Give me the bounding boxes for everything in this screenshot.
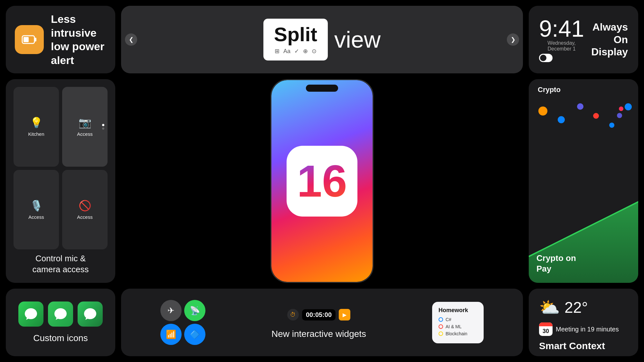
widget-timer: ⏱ 00:05:00 ▶ [282,306,355,324]
hw-dot-blockchain [439,331,443,336]
kitchen-icon: 💡 [30,116,43,129]
aod-toggle-knob [540,55,546,61]
access-footer: Control mic &camera access [33,253,89,275]
weather-icon: ⛅ [539,298,560,317]
smart-inner: ⛅ 22° 30 Meeting in 19 minutes Smart Con… [539,298,628,351]
widgets-label: New interactive widgets [271,329,366,339]
hw-label-cs: C# [446,317,451,322]
wifi-btn[interactable]: 📶 [160,324,182,345]
smart-cal-row: 30 Meeting in 19 minutes [539,322,628,336]
share-icon: ⊙ [312,48,317,55]
crypto-dot-dot [617,113,622,118]
restrict-icon: 🚫 [79,200,91,212]
crypto-title: Crypto [538,86,561,94]
iphone-vol-down [270,136,271,150]
crypto-footer: Crypto on Pay [536,253,576,274]
aod-toggle[interactable] [539,54,553,62]
crypto-header: Crypto [535,86,561,94]
battery-icon [15,25,44,54]
crypto-dot-ada [593,113,599,119]
view-text: view [334,26,381,53]
homework-title: Homework [439,307,477,314]
messages-icon-green3 [78,302,103,327]
timer-widget-section: ⏱ 00:05:00 ▶ New interactive widgets [271,306,366,339]
card-aod: 9:41 Wednesday, December 1 Always On Dis… [529,6,638,73]
split-text: Split [274,24,317,44]
crypto-footer-pay: Pay [536,264,551,274]
main-grid: Less intrusive low power alert ❮ Split ⊞… [0,0,644,362]
smart-context-label: Smart Context [539,340,628,351]
card-smart-context: ⛅ 22° 30 Meeting in 19 minutes Smart Con… [529,289,638,356]
crypto-footer-line2: Pay [536,264,576,274]
access-dot [102,124,104,130]
custom-icons-row [18,302,103,327]
aod-time-section: 9:41 Wednesday, December 1 [539,17,584,62]
aod-label: Always On Display [590,21,628,58]
podcast-btn[interactable]: 📡 [184,300,205,321]
crypto-dot-btc [538,107,547,116]
widget-control-center: ✈ 📡 📶 🔷 [160,300,205,345]
iphone-vol-up [270,119,271,133]
homework-item-cs: C# [439,317,477,322]
cal-top [539,322,553,326]
text-icon: Aa [283,48,290,55]
custom-icons-label: Custom icons [33,333,88,343]
restrict-label: Access [77,214,92,220]
access-grid: 💡 Kitchen 📷 Access 🎙️ Access 🚫 Access [14,87,108,249]
messages-icon-green1 [18,302,43,327]
dot-1 [102,124,104,126]
iphone-notch [306,85,338,92]
aod-time: 9:41 [539,17,584,40]
access-cell-kitchen: 💡 Kitchen [14,87,59,167]
hw-dot-cs [439,317,443,322]
timer-display: 00:05:00 [302,309,336,320]
ios16-number: 16 [297,159,347,204]
card-crypto: Crypto Crypto on Pay [529,79,638,283]
hw-dot-ai [439,324,443,329]
calendar-icon: 30 [539,322,553,336]
split-next-arrow[interactable]: ❯ [507,33,519,46]
iphone-frame: 16 [270,79,374,283]
table-icon: ⊞ [275,48,279,55]
crypto-dot-eth [558,116,565,123]
timer-play-btn[interactable]: ▶ [339,309,350,320]
low-power-title: Less intrusive low power alert [51,12,106,67]
crypto-dot-link [625,103,632,110]
mic-icon: 🎙️ [30,200,43,212]
dot-2 [102,127,104,130]
plus-icon: ⊕ [303,48,308,55]
messages-icon-green2 [48,302,73,327]
iphone-side-button [373,128,374,148]
hw-label-ai: AI & ML [446,324,462,329]
ios16-logo: 16 [287,146,357,217]
crypto-footer-line1: Crypto on [536,253,576,264]
crypto-dot-xrp [619,107,623,111]
smart-temperature: 22° [564,300,588,315]
check-icon: ✓ [294,48,299,55]
homework-item-ai: AI & ML [439,324,477,329]
crypto-dot-bnb [609,123,614,128]
card-widgets: ✈ 📡 📶 🔷 ⏱ 00:05:00 ▶ New interactive wid… [121,289,523,356]
svg-rect-1 [34,38,36,42]
hw-label-blockchain: Blockchain [446,331,468,336]
access-cell-mic: 🎙️ Access [14,170,59,250]
card-low-power: Less intrusive low power alert [6,6,115,73]
homework-item-blockchain: Blockchain [439,331,477,336]
kitchen-label: Kitchen [28,131,44,137]
access-cell-restrict: 🚫 Access [62,170,108,250]
card-custom-icons: Custom icons [6,289,115,356]
access-cell-camera: 📷 Access [62,87,108,167]
split-white-box: Split ⊞ Aa ✓ ⊕ ⊙ [263,19,328,60]
smart-meeting-text: Meeting in 19 minutes [556,326,619,333]
airplane-mode-btn[interactable]: ✈ [160,300,182,321]
bluetooth-btn[interactable]: 🔷 [184,324,205,345]
card-iphone-center: 16 [121,79,523,283]
timer-clock-icon: ⏱ [287,309,299,320]
smart-weather-row: ⛅ 22° [539,298,628,317]
card-split-view: ❮ Split ⊞ Aa ✓ ⊕ ⊙ view ❯ [121,6,523,73]
aod-date: Wednesday, December 1 [539,40,584,52]
mic-label: Access [28,214,44,220]
camera-label: Access [77,131,92,137]
camera-icon: 📷 [79,116,91,129]
split-prev-arrow[interactable]: ❮ [125,33,137,46]
